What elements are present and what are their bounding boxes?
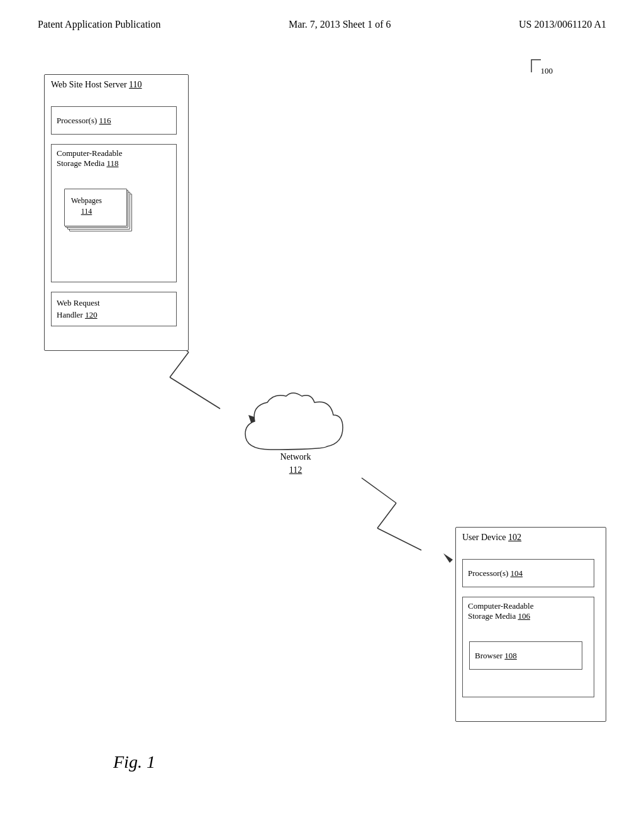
device-title: User Device 102 — [456, 528, 606, 546]
header-publication-type: Patent Application Publication — [38, 19, 161, 30]
device-processor-box: Processor(s) 104 — [462, 559, 594, 587]
server-processor-box: Processor(s) 116 — [51, 106, 177, 135]
server-title: Web Site Host Server 110 — [45, 75, 188, 94]
web-handler-box: Web Request Handler 120 — [51, 292, 177, 326]
figure-label: Fig. 1 — [113, 752, 155, 772]
network-cloud: Network 112 — [233, 426, 358, 508]
network-label: Network 112 — [233, 450, 358, 477]
page-front: Webpages 114 — [64, 189, 127, 226]
device-storage-box: Computer-Readable Storage Media 106 Brow… — [462, 597, 594, 697]
webpages-label: Webpages 114 — [71, 196, 102, 217]
webpages-stack: Webpages 114 — [64, 189, 133, 239]
server-box: Web Site Host Server 110 Processor(s) 11… — [44, 74, 189, 351]
header-patent-number: US 2013/0061120 A1 — [519, 19, 606, 30]
header-date-sheet: Mar. 7, 2013 Sheet 1 of 6 — [289, 19, 391, 30]
server-storage-box: Computer-Readable Storage Media 118 Webp… — [51, 144, 177, 282]
device-box: User Device 102 Processor(s) 104 Compute… — [455, 527, 606, 722]
diagram-area: Web Site Host Server 110 Processor(s) 11… — [0, 36, 644, 804]
page-header: Patent Application Publication Mar. 7, 2… — [0, 0, 644, 36]
browser-box: Browser 108 — [469, 641, 582, 670]
